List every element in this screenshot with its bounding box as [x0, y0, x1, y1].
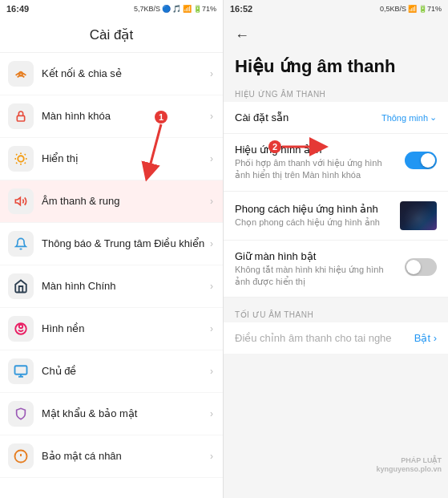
keep-screen-title: Giữ màn hình bật	[235, 250, 398, 262]
right-header[interactable]: ←	[224, 18, 448, 53]
preset-row[interactable]: Cài đặt sẵn Thông minh ⌄	[224, 102, 448, 134]
optimize-value[interactable]: Bật ›	[414, 332, 437, 344]
notif-icon	[8, 231, 34, 257]
lock-icon	[8, 103, 34, 129]
status-icons-right: 0,5KB/S 📶 🔋71%	[380, 5, 442, 13]
image-effect-title: Hiệu ứng hình ảnh	[235, 144, 398, 156]
status-bar-left: 16:49 5,7KB/S 🔵 🎵 📶 🔋71%	[0, 0, 223, 18]
menu-item-password[interactable]: Mật khẩu & bảo mật ›	[0, 393, 223, 435]
menu-item-wallpaper[interactable]: Hình nền ›	[0, 308, 223, 350]
image-effect-text: Hiệu ứng hình ảnh Phối hợp âm thanh với …	[235, 144, 398, 181]
effect-style-desc: Chọn phong cách hiệu ứng hình ảnh	[235, 217, 394, 229]
theme-chevron: ›	[210, 366, 213, 377]
menu-item-lock[interactable]: Màn hình khóa ›	[0, 95, 223, 138]
image-effect-desc: Phối hợp âm thanh với hiệu ứng hình ảnh …	[235, 157, 398, 181]
keep-screen-toggle[interactable]	[405, 258, 437, 276]
password-chevron: ›	[210, 408, 213, 419]
keep-screen-row[interactable]: Giữ màn hình bật Không tắt màn hình khi …	[224, 241, 448, 298]
sound-icon	[8, 188, 34, 214]
left-header: Cài đặt	[0, 18, 223, 53]
home-chevron: ›	[210, 281, 213, 292]
keep-screen-text: Giữ màn hình bật Không tắt màn hình khi …	[235, 250, 398, 288]
right-title: Hiệu ứng âm thanh	[224, 53, 448, 83]
menu-item-privacy[interactable]: Bảo mật cá nhân ›	[0, 435, 223, 478]
display-label: Hiển thị	[42, 152, 210, 166]
svg-line-9	[16, 163, 17, 164]
menu-item-home[interactable]: Màn hình Chính ›	[0, 265, 223, 308]
svg-marker-11	[15, 197, 20, 204]
sound-chevron: ›	[210, 196, 213, 207]
right-panel: 16:52 0,5KB/S 📶 🔋71% ← Hiệu ứng âm thanh…	[224, 0, 448, 498]
menu-item-sound[interactable]: Âm thanh & rung ›	[0, 180, 223, 223]
wallpaper-label: Hình nền	[42, 322, 210, 336]
image-effect-row[interactable]: Hiệu ứng hình ảnh Phối hợp âm thanh với …	[224, 134, 448, 192]
status-bar-right: 16:52 0,5KB/S 📶 🔋71%	[224, 0, 448, 18]
sound-label: Âm thanh & rung	[42, 195, 210, 209]
optimize-section-label: TỐI ƯU ÂM THANH	[224, 304, 448, 322]
preset-chevron: ⌄	[430, 112, 437, 123]
wifi-label: Kết nối & chia sẻ	[42, 67, 210, 81]
back-button[interactable]: ←	[235, 27, 249, 44]
notif-chevron: ›	[210, 238, 213, 249]
preset-dropdown[interactable]: Thông minh ⌄	[381, 112, 437, 123]
password-icon	[8, 401, 34, 427]
settings-title: Cài đặt	[90, 26, 133, 43]
effect-style-row[interactable]: Phong cách hiệu ứng hình ảnh Chọn phong …	[224, 192, 448, 241]
lock-chevron: ›	[210, 111, 213, 122]
image-effect-control[interactable]	[405, 152, 437, 172]
privacy-label: Bảo mật cá nhân	[42, 450, 210, 464]
display-icon	[8, 146, 34, 172]
optimize-title: Điều chỉnh âm thanh cho tai nghe	[235, 332, 392, 344]
menu-list: Kết nối & chia sẻ › Màn hình khóa › Hiển…	[0, 53, 223, 498]
time-right: 16:52	[230, 4, 252, 14]
svg-rect-13	[15, 366, 27, 375]
preset-label: Cài đặt sẵn	[235, 111, 289, 123]
menu-item-display[interactable]: Hiển thị ›	[0, 138, 223, 180]
svg-point-2	[18, 156, 24, 162]
effect-style-text: Phong cách hiệu ứng hình ảnh Chọn phong …	[235, 203, 394, 229]
svg-line-5	[16, 154, 17, 155]
left-panel: 16:49 5,7KB/S 🔵 🎵 📶 🔋71% Cài đặt Kết nối…	[0, 0, 224, 498]
time-left: 16:49	[6, 4, 29, 14]
wallpaper-chevron: ›	[210, 323, 213, 334]
privacy-chevron: ›	[210, 451, 213, 462]
svg-line-10	[25, 154, 26, 155]
privacy-icon	[8, 443, 34, 469]
password-label: Mật khẩu & bảo mật	[42, 407, 210, 421]
notif-label: Thông báo & Trung tâm Điều khiển	[42, 237, 210, 251]
svg-point-12	[19, 325, 23, 329]
home-icon	[8, 273, 34, 299]
theme-icon	[8, 358, 34, 384]
wifi-chevron: ›	[210, 68, 213, 79]
lock-label: Màn hình khóa	[42, 110, 210, 123]
menu-item-notif[interactable]: Thông báo & Trung tâm Điều khiển ›	[0, 223, 223, 265]
effect-style-thumbnail[interactable]	[400, 201, 437, 230]
keep-screen-desc: Không tắt màn hình khi hiệu ứng hình ảnh…	[235, 264, 398, 288]
wallpaper-icon	[8, 316, 34, 342]
display-chevron: ›	[210, 153, 213, 164]
svg-line-6	[25, 163, 26, 164]
keep-screen-control[interactable]	[405, 258, 437, 279]
effect-thumbnail	[400, 201, 437, 230]
theme-label: Chủ đề	[42, 365, 210, 379]
wifi-icon	[8, 61, 34, 87]
section-label-audio: HIỆU ỨNG ÂM THANH	[224, 83, 448, 102]
right-content: Cài đặt sẵn Thông minh ⌄ Hiệu ứng hình ả…	[224, 102, 448, 498]
effect-style-title: Phong cách hiệu ứng hình ảnh	[235, 203, 394, 215]
preset-value: Thông minh	[381, 113, 428, 123]
menu-item-wifi[interactable]: Kết nối & chia sẻ ›	[0, 53, 223, 95]
optimize-row[interactable]: Điều chỉnh âm thanh cho tai nghe Bật ›	[224, 322, 448, 354]
image-effect-toggle[interactable]	[405, 152, 437, 169]
svg-rect-1	[17, 115, 24, 121]
status-icons-left: 5,7KB/S 🔵 🎵 📶 🔋71%	[134, 5, 216, 13]
home-label: Màn hình Chính	[42, 280, 210, 294]
menu-item-theme[interactable]: Chủ đề ›	[0, 350, 223, 393]
